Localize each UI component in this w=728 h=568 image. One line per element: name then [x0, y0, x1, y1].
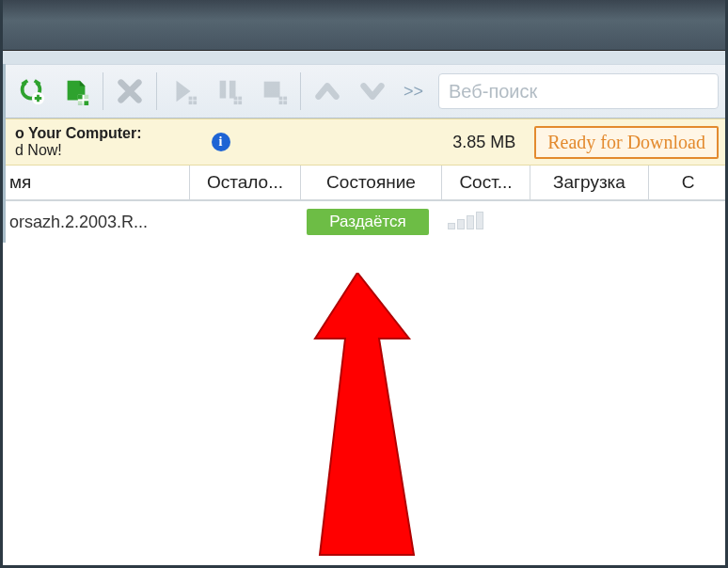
stop-icon: [260, 77, 288, 105]
svg-rect-13: [238, 97, 242, 101]
svg-rect-15: [238, 101, 242, 104]
col-header-remaining[interactable]: Остало...: [190, 166, 301, 199]
play-icon: [169, 77, 198, 105]
chevron-down-icon: [358, 77, 387, 105]
annotation-arrow: [273, 273, 461, 568]
svg-rect-3: [84, 95, 88, 100]
promo-line1: o Your Computer:: [15, 125, 142, 141]
svg-rect-17: [279, 97, 283, 101]
move-down-button[interactable]: [351, 70, 394, 113]
svg-rect-8: [189, 101, 193, 104]
toolbar: >>: [6, 64, 728, 118]
col-header-extra[interactable]: C: [649, 166, 728, 199]
cell-bars: [442, 211, 530, 234]
window-titlebar: [0, 0, 728, 51]
move-up-button[interactable]: [306, 70, 349, 113]
svg-rect-12: [234, 97, 238, 101]
pause-button[interactable]: [207, 70, 250, 113]
svg-rect-18: [283, 97, 287, 101]
chevron-up-icon: [313, 77, 341, 105]
cell-name: orsazh.2.2003.R...: [6, 213, 190, 232]
add-torrent-button[interactable]: [55, 70, 98, 113]
promo-line2: d Now!: [15, 142, 62, 158]
info-icon[interactable]: i: [212, 133, 230, 151]
toolbar-separator: [103, 72, 103, 110]
file-add-icon: [62, 77, 90, 105]
col-header-state[interactable]: Состояние: [301, 166, 442, 199]
start-button[interactable]: [162, 70, 205, 113]
svg-rect-11: [229, 81, 236, 99]
svg-rect-6: [189, 97, 193, 101]
remove-button[interactable]: [108, 70, 151, 113]
svg-rect-10: [220, 81, 227, 99]
col-header-download[interactable]: Загрузка: [530, 166, 649, 199]
chrome-gap: [0, 51, 728, 64]
add-url-button[interactable]: [9, 70, 53, 113]
svg-rect-19: [279, 101, 283, 104]
delete-x-icon: [116, 77, 144, 105]
svg-rect-4: [78, 101, 83, 105]
svg-rect-5: [84, 101, 88, 105]
col-header-bar[interactable]: Сост...: [442, 166, 530, 199]
signal-bars-icon: [448, 211, 483, 229]
svg-rect-16: [264, 82, 280, 98]
search-input[interactable]: [449, 81, 708, 103]
svg-rect-2: [78, 95, 83, 100]
col-header-name[interactable]: мя: [6, 166, 190, 199]
pause-icon: [214, 77, 243, 105]
ready-download-button[interactable]: Ready for Download: [534, 126, 719, 159]
promo-size: 3.85 MB: [452, 133, 515, 152]
column-headers: мя Остало... Состояние Сост... Загрузка …: [6, 166, 728, 201]
toolbar-overflow[interactable]: >>: [396, 82, 431, 102]
search-box[interactable]: [438, 73, 719, 109]
svg-rect-20: [283, 101, 287, 104]
svg-rect-7: [193, 97, 197, 101]
cell-state: Раздаётся: [301, 209, 442, 235]
promo-text: o Your Computer: d Now!: [15, 125, 142, 160]
stop-button[interactable]: [252, 70, 295, 113]
promo-bar: o Your Computer: d Now! i 3.85 MB Ready …: [6, 118, 728, 166]
svg-rect-14: [234, 101, 238, 104]
svg-marker-21: [315, 273, 414, 555]
svg-rect-9: [193, 101, 197, 104]
toolbar-separator: [156, 72, 157, 110]
status-badge: Раздаётся: [307, 209, 429, 235]
table-row[interactable]: orsazh.2.2003.R... Раздаётся: [6, 201, 728, 243]
toolbar-separator: [300, 72, 301, 110]
link-add-icon: [17, 77, 45, 105]
